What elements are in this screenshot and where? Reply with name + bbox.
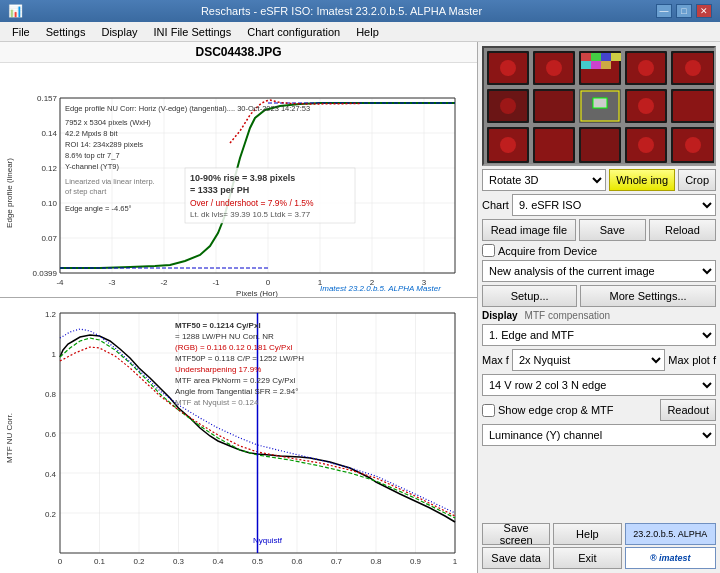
new-analysis-select[interactable]: New analysis of the current image bbox=[482, 260, 716, 282]
acquire-row: Acquire from Device bbox=[482, 244, 716, 257]
rotate-row: Rotate 3D Whole img Crop bbox=[482, 169, 716, 191]
luminance-select[interactable]: Luminance (Y) channel bbox=[482, 424, 716, 446]
svg-text:0.8: 0.8 bbox=[370, 557, 382, 566]
svg-text:0.7: 0.7 bbox=[331, 557, 343, 566]
svg-text:0.12: 0.12 bbox=[41, 164, 57, 173]
svg-text:7952 x 5304 pixels (WxH): 7952 x 5304 pixels (WxH) bbox=[65, 118, 151, 127]
svg-text:-4: -4 bbox=[56, 278, 64, 287]
show-edge-row: Show edge crop & MTF Readout bbox=[482, 399, 716, 421]
svg-text:Angle from Tangential SFR = 2.: Angle from Tangential SFR = 2.94° bbox=[175, 387, 298, 396]
app-icon: 📊 bbox=[8, 4, 23, 18]
minimize-button[interactable]: — bbox=[656, 4, 672, 18]
svg-text:1: 1 bbox=[52, 350, 57, 359]
svg-text:10-90% rise = 3.98 pixels: 10-90% rise = 3.98 pixels bbox=[190, 173, 295, 183]
svg-text:ROI 14: 234x289 pixels: ROI 14: 234x289 pixels bbox=[65, 140, 143, 149]
chart-row: Chart 9. eSFR ISO bbox=[482, 194, 716, 216]
svg-text:Edge profile (linear): Edge profile (linear) bbox=[5, 158, 14, 228]
svg-rect-140 bbox=[535, 129, 573, 161]
whole-img-button[interactable]: Whole img bbox=[609, 169, 675, 191]
svg-text:0.8: 0.8 bbox=[45, 390, 57, 399]
svg-text:Edge profile NU Corr: Horiz (V: Edge profile NU Corr: Horiz (V-edge) (ta… bbox=[65, 104, 310, 113]
new-analysis-row: New analysis of the current image bbox=[482, 260, 716, 282]
svg-text:0.2: 0.2 bbox=[133, 557, 145, 566]
menu-item-file[interactable]: File bbox=[4, 24, 38, 40]
bottom-btn-row1: Save screen Help 23.2.0.b.5. ALPHA bbox=[482, 523, 716, 545]
setup-button[interactable]: Setup... bbox=[482, 285, 577, 307]
maxf-row: Max f 2x Nyquist Max plot f bbox=[482, 349, 716, 371]
display-select[interactable]: 1. Edge and MTF bbox=[482, 324, 716, 346]
vrow-select[interactable]: 14 V row 2 col 3 N edge bbox=[482, 374, 716, 396]
svg-text:MTF50 = 0.1214 Cy/Pxl: MTF50 = 0.1214 Cy/Pxl bbox=[175, 321, 261, 330]
svg-text:Linearized via linear interp.: Linearized via linear interp. bbox=[65, 177, 155, 186]
svg-text:MTF50P = 0.118 C/P = 1252 LW/P: MTF50P = 0.118 C/P = 1252 LW/PH bbox=[175, 354, 304, 363]
maximize-button[interactable]: □ bbox=[676, 4, 692, 18]
display-section-label: Display bbox=[482, 310, 518, 321]
svg-text:Nyquistf: Nyquistf bbox=[253, 536, 283, 545]
svg-point-119 bbox=[638, 60, 654, 76]
svg-text:0.6: 0.6 bbox=[45, 430, 57, 439]
svg-text:0.07: 0.07 bbox=[41, 234, 57, 243]
svg-point-145 bbox=[638, 137, 654, 153]
readout-button[interactable]: Readout bbox=[660, 399, 716, 421]
menu-item-settings[interactable]: Settings bbox=[38, 24, 94, 40]
bottom-buttons: Save screen Help 23.2.0.b.5. ALPHA Save … bbox=[482, 523, 716, 569]
display-select-row: 1. Edge and MTF bbox=[482, 324, 716, 346]
luminance-row: Luminance (Y) channel bbox=[482, 424, 716, 446]
file-buttons-row: Read image file Save Reload bbox=[482, 219, 716, 241]
svg-text:1: 1 bbox=[453, 557, 458, 566]
chart-panel: DSC04438.JPG bbox=[0, 42, 478, 573]
window-controls: — □ ✕ bbox=[656, 4, 712, 18]
menu-item-ini-file-settings[interactable]: INI File Settings bbox=[146, 24, 240, 40]
maxf-label: Max f bbox=[482, 354, 509, 366]
svg-text:0.6: 0.6 bbox=[291, 557, 303, 566]
svg-point-133 bbox=[638, 98, 654, 114]
save-data-button[interactable]: Save data bbox=[482, 547, 550, 569]
svg-text:Over / undershoot = 7.9% / 1.5: Over / undershoot = 7.9% / 1.5% bbox=[190, 198, 314, 208]
svg-text:0.5: 0.5 bbox=[252, 557, 264, 566]
svg-text:0.4: 0.4 bbox=[212, 557, 224, 566]
svg-text:42.2 Mpxls  8 bit: 42.2 Mpxls 8 bit bbox=[65, 129, 118, 138]
svg-point-107 bbox=[546, 60, 562, 76]
show-edge-checkbox[interactable] bbox=[482, 404, 495, 417]
exit-button[interactable]: Exit bbox=[553, 547, 621, 569]
help-button[interactable]: Help bbox=[553, 523, 621, 545]
mtf-chart: 1.2 1 0.8 0.6 0.4 0.2 0 0.1 0.2 0.3 0.4 … bbox=[0, 298, 477, 573]
save-button[interactable]: Save bbox=[579, 219, 646, 241]
svg-point-138 bbox=[500, 137, 516, 153]
chart-title: DSC04438.JPG bbox=[0, 42, 477, 63]
main-content: DSC04438.JPG bbox=[0, 42, 720, 573]
bottom-btn-row2: Save data Exit ® imatest bbox=[482, 547, 716, 569]
svg-text:= 1333 per PH: = 1333 per PH bbox=[190, 185, 249, 195]
menu-bar: FileSettingsDisplayINI File SettingsChar… bbox=[0, 22, 720, 42]
menu-item-chart-configuration[interactable]: Chart configuration bbox=[239, 24, 348, 40]
svg-text:Imatest 23.2.0.b.5. ALPHA Mast: Imatest 23.2.0.b.5. ALPHA Master bbox=[320, 284, 441, 293]
title-bar: 📊 Rescharts - eSFR ISO: Imatest 23.2.0.b… bbox=[0, 0, 720, 22]
read-image-button[interactable]: Read image file bbox=[482, 219, 576, 241]
svg-rect-127 bbox=[535, 91, 573, 121]
menu-item-display[interactable]: Display bbox=[93, 24, 145, 40]
more-settings-button[interactable]: More Settings... bbox=[580, 285, 716, 307]
svg-rect-116 bbox=[601, 61, 611, 69]
svg-text:Lt. dk lvls= 39.39  10.5  Ltdk: Lt. dk lvls= 39.39 10.5 Ltdk = 3.77 bbox=[190, 210, 311, 219]
reload-button[interactable]: Reload bbox=[649, 219, 716, 241]
svg-text:0.157: 0.157 bbox=[37, 94, 58, 103]
svg-text:0.10: 0.10 bbox=[41, 199, 57, 208]
svg-text:0: 0 bbox=[58, 557, 63, 566]
menu-item-help[interactable]: Help bbox=[348, 24, 387, 40]
svg-text:MTF area PkNorm = 0.229 Cy/Pxl: MTF area PkNorm = 0.229 Cy/Pxl bbox=[175, 376, 295, 385]
edge-profile-chart: -4 -3 -2 -1 0 1 2 3 0.157 0.14 0.12 0.10… bbox=[0, 63, 477, 298]
acquire-checkbox[interactable] bbox=[482, 244, 495, 257]
imatest-logo: ® imatest bbox=[625, 547, 716, 569]
svg-text:Y-channel (YT9): Y-channel (YT9) bbox=[65, 162, 119, 171]
rotate-select[interactable]: Rotate 3D bbox=[482, 169, 606, 191]
maxf-select[interactable]: 2x Nyquist bbox=[512, 349, 665, 371]
svg-text:of step chart: of step chart bbox=[65, 187, 107, 196]
svg-point-104 bbox=[500, 60, 516, 76]
chart-label: Chart bbox=[482, 199, 509, 211]
svg-rect-113 bbox=[611, 53, 621, 61]
svg-text:0.4: 0.4 bbox=[45, 470, 57, 479]
chart-select[interactable]: 9. eSFR ISO bbox=[512, 194, 716, 216]
crop-button[interactable]: Crop bbox=[678, 169, 716, 191]
close-button[interactable]: ✕ bbox=[696, 4, 712, 18]
save-screen-button[interactable]: Save screen bbox=[482, 523, 550, 545]
